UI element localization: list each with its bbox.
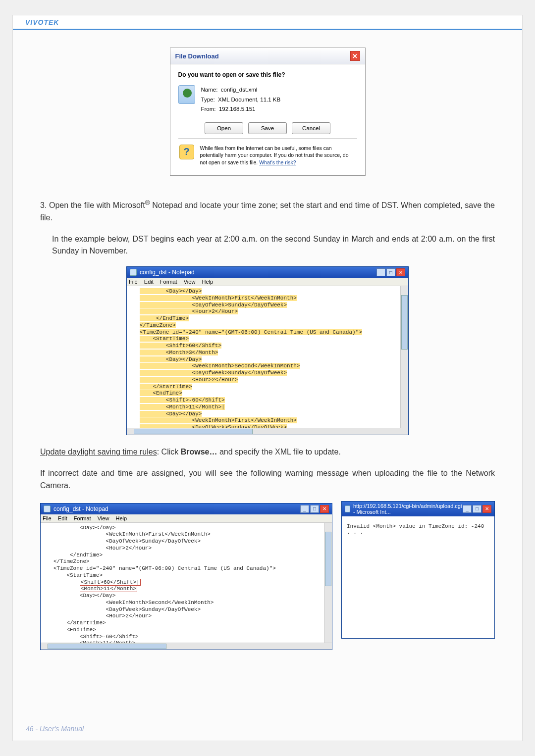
browser-titlebar: http://192.168.5.121/cgi-bin/admin/uploa… xyxy=(342,502,494,516)
type-value: XML Document, 11.1 KB xyxy=(218,97,280,102)
horizontal-scrollbar[interactable] xyxy=(127,428,408,435)
maximize-icon[interactable]: □ xyxy=(473,505,482,513)
close-icon[interactable]: ✕ xyxy=(350,51,360,61)
menu-edit[interactable]: Edit xyxy=(144,279,154,285)
save-button[interactable]: Save xyxy=(248,122,287,134)
notepad-window-2: config_dst - Notepad _ □ ✕ File Edit For… xyxy=(40,503,332,650)
open-button[interactable]: Open xyxy=(205,122,243,134)
highlighted-xml: <Day></Day> <WeekInMonth>First</WeekInMo… xyxy=(140,288,362,435)
browser-body: Invalid <Month> value in TimeZone id: -2… xyxy=(342,516,494,638)
np2-mid: <Day></Day> <WeekInMonth>Second</WeekInM… xyxy=(54,593,220,650)
brand-logo: VIVOTEK xyxy=(25,18,59,26)
from-label: From: xyxy=(201,106,216,112)
np2-pre: <Day></Day> <WeekInMonth>First</WeekInMo… xyxy=(54,525,276,585)
notepad1-titlebar: config_dst - Notepad _ □ ✕ xyxy=(127,267,408,278)
dialog-title: File Download xyxy=(175,52,219,60)
shield-warning-icon: ? xyxy=(179,145,194,159)
menu-format[interactable]: Format xyxy=(74,515,91,521)
np2-hl-shift: <Shift>60</Shift>| xyxy=(80,579,141,586)
update-dst-rest-b: and specify the XML file to update. xyxy=(217,448,340,456)
menu-help[interactable]: Help xyxy=(115,515,127,521)
step3-paragraph: 3. Open the file with Microsoft® Notepad… xyxy=(40,198,495,224)
maximize-icon[interactable]: □ xyxy=(310,505,319,513)
update-dst-rest-a: : Click xyxy=(157,448,181,456)
close-icon[interactable]: ✕ xyxy=(396,268,405,276)
browser-window: http://192.168.5.121/cgi-bin/admin/uploa… xyxy=(341,501,495,639)
notepad2-titlebar: config_dst - Notepad _ □ ✕ xyxy=(41,504,332,514)
file-download-dialog: File Download ✕ Do you want to open or s… xyxy=(170,48,366,176)
name-value: config_dst.xml xyxy=(221,87,258,93)
notepad1-body[interactable]: <Day></Day> <WeekInMonth>First</WeekInMo… xyxy=(127,286,408,435)
registered-mark: ® xyxy=(145,199,150,206)
name-label: Name: xyxy=(201,87,218,93)
minimize-icon[interactable]: _ xyxy=(463,505,472,513)
menu-edit[interactable]: Edit xyxy=(58,515,67,521)
notepad1-title: config_dst - Notepad xyxy=(140,269,195,276)
menu-view[interactable]: View xyxy=(184,279,196,285)
minimize-icon[interactable]: _ xyxy=(376,268,385,276)
notepad-icon xyxy=(130,269,137,276)
header-band: VIVOTEK xyxy=(13,15,522,30)
step3-line1a: 3. Open the file with Microsoft xyxy=(40,201,145,209)
menu-view[interactable]: View xyxy=(98,515,109,521)
warning-link[interactable]: What's the risk? xyxy=(259,159,296,165)
np2-hl-month: <Month>11</Month> xyxy=(80,585,137,592)
horizontal-scrollbar[interactable] xyxy=(41,643,332,650)
dialog-question: Do you want to open or save this file? xyxy=(178,71,357,78)
from-value: 192.168.5.151 xyxy=(219,106,256,112)
dialog-titlebar: File Download ✕ xyxy=(170,48,365,64)
menu-format[interactable]: Format xyxy=(160,279,177,285)
notepad2-body[interactable]: <Day></Day> <WeekInMonth>First</WeekInMo… xyxy=(41,523,332,650)
page-footer: 46 - User's Manual xyxy=(26,725,84,733)
error-message: Invalid <Month> value in TimeZone id: -2… xyxy=(347,523,484,535)
notepad2-title: config_dst - Notepad xyxy=(54,505,108,512)
notepad1-menu: File Edit Format View Help xyxy=(127,278,408,286)
maximize-icon[interactable]: □ xyxy=(386,268,395,276)
close-icon[interactable]: ✕ xyxy=(320,505,329,513)
ie-icon xyxy=(345,505,350,512)
notepad2-menu: File Edit Format View Help xyxy=(41,514,332,523)
menu-help[interactable]: Help xyxy=(202,279,213,285)
cancel-button[interactable]: Cancel xyxy=(292,122,330,134)
warning-text: While files from the Internet can be use… xyxy=(200,145,356,166)
file-details: Name: config_dst.xml Type: XML Document,… xyxy=(201,85,281,114)
menu-file[interactable]: File xyxy=(43,515,52,521)
step3-line2: In the example below, DST begins each ye… xyxy=(40,233,495,258)
vertical-scrollbar[interactable] xyxy=(400,286,408,428)
vertical-scrollbar[interactable] xyxy=(324,523,332,643)
update-dst-paragraph: Update daylight saving time rules: Click… xyxy=(40,446,495,458)
notepad-window-1: config_dst - Notepad _ □ ✕ File Edit For… xyxy=(126,266,409,435)
minimize-icon[interactable]: _ xyxy=(300,505,309,513)
close-icon[interactable]: ✕ xyxy=(482,505,491,513)
incorrect-date-paragraph: If incorrect date and time are assigned,… xyxy=(40,467,495,492)
notepad-icon xyxy=(44,505,51,512)
browser-title-text: http://192.168.5.121/cgi-bin/admin/uploa… xyxy=(353,503,463,515)
update-dst-underline: Update daylight saving time rules xyxy=(40,448,157,456)
file-icon xyxy=(178,85,195,104)
browse-bold: Browse… xyxy=(181,448,217,456)
menu-file[interactable]: File xyxy=(129,279,138,285)
type-label: Type: xyxy=(201,97,215,102)
step3-example-paragraph: In the example below, DST begins each ye… xyxy=(40,233,495,258)
